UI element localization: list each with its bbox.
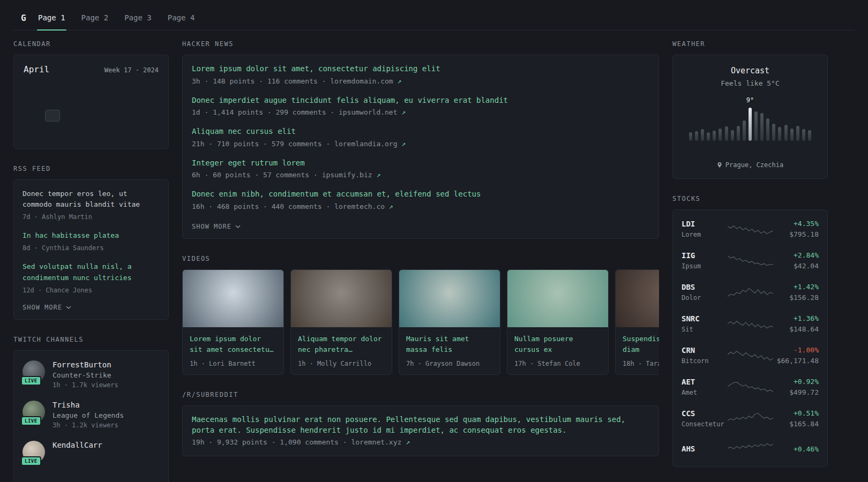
section-title-stocks: STOCKS — [672, 195, 828, 202]
live-badge: LIVE — [21, 456, 41, 466]
calendar-day — [141, 110, 156, 122]
stock-price: $42.04 — [773, 262, 819, 270]
weather-bar — [695, 103, 698, 141]
rss-item-meta: 7d · Ashlyn Martin — [23, 213, 160, 221]
rss-show-more-button[interactable]: SHOW MORE — [23, 304, 71, 311]
rss-item-title[interactable]: Sed volutpat nulla nisl, a condimentum n… — [23, 261, 160, 283]
news-item-domain-link[interactable]: ipsumify.biz — [322, 171, 372, 179]
stock-row[interactable]: CRN Bitcorn -1.00% $66,171.48 — [682, 340, 819, 371]
weather-bar — [701, 103, 704, 141]
twitch-channel-row[interactable]: LIVE KendallCarr — [23, 441, 160, 463]
stock-row[interactable]: AHS +0.46% — [682, 434, 819, 463]
avatar-wrap: LIVE — [23, 360, 45, 383]
weather-bar — [719, 103, 722, 141]
video-thumbnail[interactable] — [616, 270, 659, 327]
calendar-day — [141, 92, 156, 103]
weather-location-row: Prague, Czechia — [684, 161, 817, 169]
news-item-domain-link[interactable]: loremnet.xyz — [351, 438, 401, 446]
calendar-day — [122, 128, 137, 140]
video-card[interactable]: Lorem ipsum dolor sit amet consectetu… 1… — [182, 269, 284, 375]
news-item-domain-link[interactable]: ipsumworld.net — [339, 108, 398, 116]
calendar-day — [84, 92, 99, 103]
stock-row[interactable]: LDI Lorem +4.35% $795.18 — [682, 213, 819, 245]
video-thumbnail[interactable] — [399, 270, 500, 327]
rss-widget: RSS FEED Donec tempor eros leo, ut commo… — [13, 165, 169, 320]
news-item-meta: 3h · 148 points · 116 comments · loremdo… — [192, 77, 649, 85]
page-tab[interactable]: Page 3 — [123, 5, 153, 30]
stock-row[interactable]: AET Amet +0.92% $499.72 — [682, 371, 819, 403]
news-item-meta: 1d · 1,414 points · 299 comments · ipsum… — [192, 108, 649, 116]
weather-bar — [784, 103, 788, 141]
video-thumbnail[interactable] — [507, 270, 608, 327]
weather-bar — [689, 103, 692, 141]
news-item: Aliquam nec cursus elit 21h · 710 points… — [192, 126, 649, 148]
weather-location: Prague, Czechia — [725, 161, 783, 169]
weather-bar-fill — [743, 120, 746, 141]
video-title[interactable]: Suspendisse diam — [623, 334, 659, 355]
stock-sparkline — [728, 379, 773, 395]
calendar-day — [26, 110, 41, 122]
news-item-title[interactable]: Aliquam nec cursus elit — [192, 126, 649, 137]
weather-bar-fill — [701, 129, 704, 141]
video-title[interactable]: Mauris sit amet massa felis — [406, 334, 493, 355]
video-title[interactable]: Lorem ipsum dolor sit amet consectetu… — [190, 334, 276, 355]
weather-bar — [713, 103, 716, 141]
stock-row[interactable]: DBS Dolor +1.42% $156.28 — [682, 276, 819, 308]
news-item-domain-link[interactable]: loremlandia.org — [334, 140, 397, 148]
news-item-title[interactable]: Donec imperdiet augue tincidunt felis al… — [192, 95, 649, 106]
calendar-day — [45, 110, 60, 122]
hn-show-more-button[interactable]: SHOW MORE — [192, 223, 241, 230]
stock-values: -1.00% $66,171.48 — [773, 346, 819, 365]
stock-id: CRN Bitcorn — [682, 346, 728, 365]
stock-price: $499.72 — [773, 388, 819, 396]
rss-item-title[interactable]: In hac habitasse platea — [23, 230, 160, 241]
channel-name[interactable]: Trisha — [53, 401, 124, 409]
stock-change: +0.46% — [773, 445, 819, 453]
tab-label: Page 4 — [168, 13, 195, 22]
weather-bar — [808, 103, 811, 141]
page-tab[interactable]: Page 4 — [167, 5, 196, 30]
news-item-domain-link[interactable]: loremdomain.com — [330, 77, 393, 85]
video-card[interactable]: Suspendisse diam 18h · Tara — [615, 269, 659, 375]
page-tab[interactable]: Page 1 — [37, 5, 66, 30]
news-item-title[interactable]: Lorem ipsum dolor sit amet, consectetur … — [192, 64, 649, 74]
weather-bar — [731, 103, 734, 141]
rss-item-title[interactable]: Donec tempor eros leo, ut commodo mauris… — [23, 189, 160, 210]
twitch-channel-row[interactable]: LIVE Trisha League of Legends 3h · 1.2k … — [23, 401, 160, 429]
weather-bar — [743, 103, 746, 141]
news-item-title[interactable]: Integer eget rutrum lorem — [192, 158, 649, 169]
news-item-title[interactable]: Maecenas mollis pulvinar erat non posuer… — [192, 415, 649, 435]
news-item-domain-link[interactable]: loremtech.co — [334, 202, 385, 210]
channel-name[interactable]: ForrestBurton — [53, 360, 118, 369]
calendar-week-year: Week 17 · 2024 — [104, 66, 159, 74]
stock-row[interactable]: IIG Ipsum +2.84% $42.04 — [682, 245, 819, 276]
weather-bar-fill — [749, 108, 752, 141]
rss-item: Donec tempor eros leo, ut commodo mauris… — [23, 189, 160, 221]
video-list[interactable]: Lorem ipsum dolor sit amet consectetu… 1… — [182, 269, 659, 375]
video-title[interactable]: Aliquam tempor dolor nec pharetra… — [298, 334, 385, 355]
stock-sparkline — [728, 253, 773, 269]
subreddit-list: Maecenas mollis pulvinar erat non posuer… — [192, 415, 649, 446]
stock-row[interactable]: SNRC Sit +1.36% $148.64 — [682, 308, 819, 340]
calendar-day — [45, 92, 60, 103]
video-card[interactable]: Mauris sit amet massa felis 7h · Grayson… — [399, 269, 500, 375]
app-logo[interactable]: G — [13, 13, 37, 23]
stock-price: $795.18 — [773, 230, 819, 238]
weather-bar-fill — [707, 132, 710, 141]
stock-row[interactable]: CCS Consectetur +0.51% $165.84 — [682, 403, 819, 434]
tab-label: Page 3 — [124, 13, 152, 22]
video-title[interactable]: Nullam posuere cursus ex — [514, 334, 601, 355]
news-item-title[interactable]: Donec enim nibh, condimentum et accumsan… — [192, 189, 649, 200]
weather-bar-fill — [796, 126, 799, 141]
page-tab[interactable]: Page 2 — [80, 5, 110, 30]
channel-name[interactable]: KendallCarr — [53, 441, 102, 449]
twitch-channel-row[interactable]: LIVE ForrestBurton Counter-Strike 1h · 1… — [23, 360, 160, 389]
video-thumbnail[interactable] — [291, 270, 392, 327]
stock-name: Ipsum — [682, 262, 728, 270]
video-thumbnail[interactable] — [183, 270, 283, 327]
video-card[interactable]: Nullam posuere cursus ex 17h · Stefan Co… — [507, 269, 609, 375]
video-card[interactable]: Aliquam tempor dolor nec pharetra… 1h · … — [290, 269, 392, 375]
stock-values: +0.92% $499.72 — [773, 378, 819, 396]
stock-symbol: SNRC — [682, 314, 728, 323]
weather-bar — [766, 103, 769, 141]
